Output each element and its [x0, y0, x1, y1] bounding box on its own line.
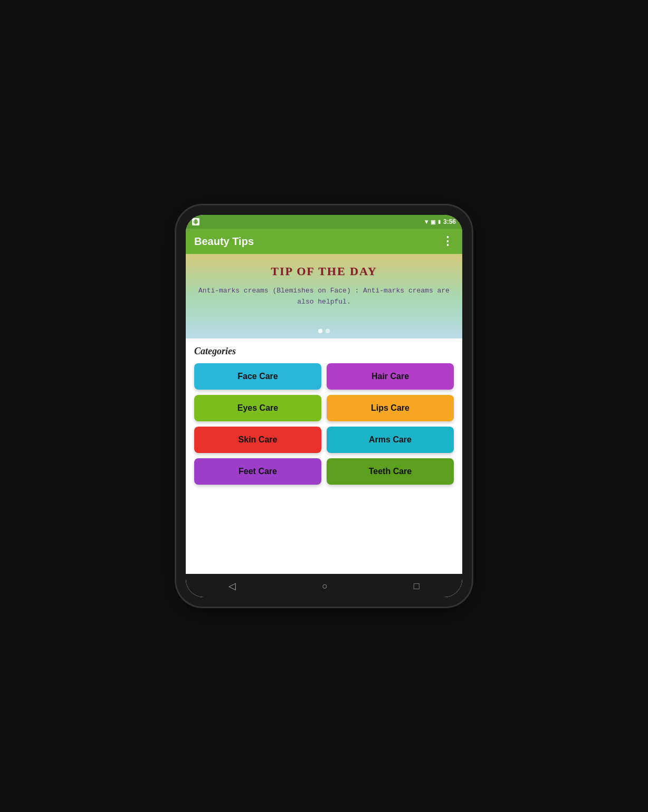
phone-screen: ▾ ▣ ▮ 3:56 Beauty Tips ⋮ TIP OF THE DAY … — [186, 215, 462, 597]
back-button[interactable]: ◁ — [228, 580, 236, 592]
status-bar-left — [192, 218, 199, 225]
categories-grid: Face Care Hair Care Eyes Care Lips Care … — [194, 363, 454, 485]
arms-care-button[interactable]: Arms Care — [327, 427, 454, 453]
categories-section: Categories Face Care Hair Care Eyes Care… — [186, 338, 462, 574]
home-button[interactable]: ○ — [322, 581, 328, 592]
status-bar: ▾ ▣ ▮ 3:56 — [186, 215, 462, 229]
app-title: Beauty Tips — [194, 235, 254, 248]
phone-device: ▾ ▣ ▮ 3:56 Beauty Tips ⋮ TIP OF THE DAY … — [176, 205, 472, 607]
more-options-button[interactable]: ⋮ — [442, 234, 454, 248]
feet-care-button[interactable]: Feet Care — [194, 458, 321, 485]
skin-care-button[interactable]: Skin Care — [194, 427, 321, 453]
carousel-dot-1[interactable] — [318, 329, 322, 333]
wifi-icon: ▾ — [425, 218, 428, 225]
categories-label: Categories — [194, 346, 454, 357]
carousel-dots — [318, 329, 330, 333]
eyes-care-button[interactable]: Eyes Care — [194, 395, 321, 421]
face-care-button[interactable]: Face Care — [194, 363, 321, 390]
banner-section: TIP OF THE DAY Anti-marks creams (Blemis… — [186, 254, 462, 338]
recents-button[interactable]: □ — [414, 581, 420, 592]
lips-care-button[interactable]: Lips Care — [327, 395, 454, 421]
hair-care-button[interactable]: Hair Care — [327, 363, 454, 390]
status-bar-right: ▾ ▣ ▮ 3:56 — [425, 218, 456, 225]
sim-icon: ▣ — [431, 219, 435, 225]
navigation-bar: ◁ ○ □ — [186, 574, 462, 597]
android-icon — [192, 218, 199, 225]
teeth-care-button[interactable]: Teeth Care — [327, 458, 454, 485]
battery-icon: ▮ — [438, 219, 441, 224]
tip-of-day-title: TIP OF THE DAY — [198, 265, 450, 278]
time-display: 3:56 — [443, 218, 456, 225]
carousel-dot-2[interactable] — [326, 329, 330, 333]
tip-of-day-text: Anti-marks creams (Blemishes on Face) : … — [198, 286, 450, 308]
app-bar: Beauty Tips ⋮ — [186, 229, 462, 254]
